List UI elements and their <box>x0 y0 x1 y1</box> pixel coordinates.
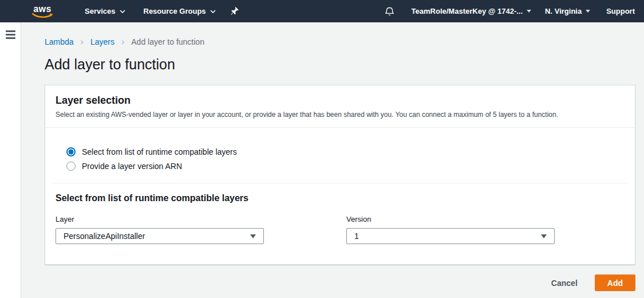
layer-field: Layer PersonalizeApiInstaller <box>56 215 264 244</box>
layer-select-value: PersonalizeApiInstaller <box>64 232 145 241</box>
nav-services-menu[interactable]: Services <box>85 7 125 15</box>
layer-source-radio-group: Select from list of runtime compatible l… <box>66 147 625 171</box>
dropdown-caret-icon <box>541 234 547 238</box>
version-field-label: Version <box>346 215 555 223</box>
layer-selection-card: Layer selection Select an existing AWS-v… <box>45 85 635 265</box>
caret-down-icon <box>586 10 590 13</box>
collapsed-sidebar <box>0 22 21 298</box>
main-content: Lambda › Layers › Add layer to function … <box>22 22 644 298</box>
chevron-down-icon <box>120 10 125 13</box>
aws-smile-icon <box>31 13 53 18</box>
breadcrumb-current-page: Add layer to function <box>131 37 204 46</box>
nav-region-menu[interactable]: N. Virginia <box>545 7 590 15</box>
nav-support-menu[interactable]: Support <box>606 7 635 15</box>
card-description: Select an existing AWS-vended layer or l… <box>56 110 625 120</box>
radio-label: Select from list of runtime compatible l… <box>82 147 237 156</box>
radio-layer-version-arn[interactable]: Provide a layer version ARN <box>66 162 625 171</box>
pushpin-icon <box>231 6 239 16</box>
pin-shortcut-button[interactable] <box>231 6 239 16</box>
radio-unselected-icon[interactable] <box>66 162 76 171</box>
radio-runtime-compatible-layers[interactable]: Select from list of runtime compatible l… <box>66 147 625 156</box>
aws-logo-text: aws <box>33 5 52 13</box>
breadcrumb: Lambda › Layers › Add layer to function <box>45 37 635 46</box>
nav-services-label: Services <box>85 7 116 15</box>
hamburger-menu-icon[interactable] <box>6 30 15 39</box>
nav-account-label: TeamRole/MasterKey @ 1742-... <box>412 7 523 15</box>
breadcrumb-separator-icon: › <box>81 38 84 46</box>
bell-icon <box>385 6 394 17</box>
dropdown-caret-icon <box>250 234 256 238</box>
version-select-value: 1 <box>354 232 359 241</box>
version-field: Version 1 <box>346 215 555 244</box>
nav-account-menu[interactable]: TeamRole/MasterKey @ 1742-... <box>412 7 532 15</box>
card-header: Layer selection Select an existing AWS-v… <box>45 85 635 128</box>
nav-resource-groups-label: Resource Groups <box>144 7 206 15</box>
layer-select-dropdown[interactable]: PersonalizeApiInstaller <box>56 228 264 244</box>
card-title: Layer selection <box>56 95 625 107</box>
section-divider <box>52 183 628 183</box>
nav-region-label: N. Virginia <box>545 7 582 15</box>
breadcrumb-lambda-link[interactable]: Lambda <box>45 37 74 46</box>
nav-resource-groups-menu[interactable]: Resource Groups <box>144 7 216 15</box>
add-button[interactable]: Add <box>595 275 635 291</box>
notifications-button[interactable] <box>385 6 394 17</box>
layer-form-row: Layer PersonalizeApiInstaller Version 1 <box>56 215 625 244</box>
top-navigation-bar: aws Services Resource Groups TeamRole/Ma… <box>0 0 644 22</box>
chevron-down-icon <box>210 10 216 13</box>
version-select-dropdown[interactable]: 1 <box>346 228 555 244</box>
page-title: Add layer to function <box>45 56 635 73</box>
breadcrumb-layers-link[interactable]: Layers <box>90 37 114 46</box>
radio-selected-icon[interactable] <box>66 147 76 156</box>
radio-label: Provide a layer version ARN <box>82 162 182 171</box>
aws-logo[interactable]: aws <box>31 5 53 18</box>
caret-down-icon <box>527 10 531 13</box>
layer-field-label: Layer <box>56 215 264 223</box>
nav-support-label: Support <box>606 7 635 15</box>
breadcrumb-separator-icon: › <box>121 38 124 46</box>
footer-actions: Cancel Add <box>45 275 635 291</box>
cancel-button[interactable]: Cancel <box>551 279 578 288</box>
card-body: Select from list of runtime compatible l… <box>45 128 635 264</box>
section-title: Select from list of runtime compatible l… <box>56 193 625 203</box>
